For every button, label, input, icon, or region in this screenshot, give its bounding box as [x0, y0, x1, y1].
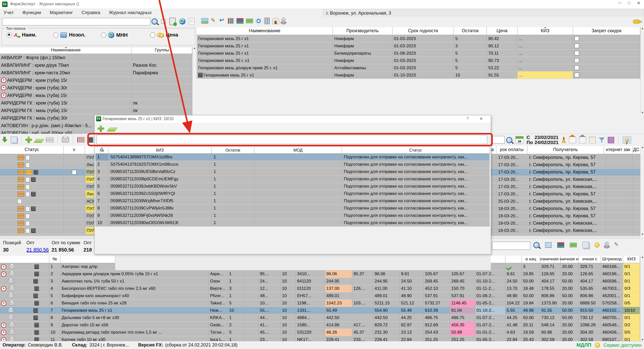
- image-icon[interactable]: [201, 18, 208, 24]
- undo-arrow-icon[interactable]: [219, 18, 225, 24]
- notebook-icon[interactable]: [589, 137, 596, 143]
- items-header-19[interactable]: озничная цен: [540, 256, 561, 263]
- rocket-icon[interactable]: [282, 18, 285, 24]
- money-icon[interactable]: [570, 243, 577, 247]
- list-item[interactable]: +АКРИДЕРМ : крем (туба) 30г: [0, 84, 192, 92]
- list-item[interactable]: АКРИДЕРМ ГК : крем (туба) 15глк: [0, 99, 192, 107]
- list-item[interactable]: +АКРИДЕРМ : крем (туба) 15г: [0, 77, 192, 84]
- list-item[interactable]: +АКРИДЕРМ : мазь (туба) 15г: [0, 92, 192, 99]
- items-header-22[interactable]: Штрихкод: [601, 256, 623, 263]
- column-header-7[interactable]: Запрет скидок: [573, 27, 640, 35]
- table-row[interactable]: Гепариновая мазь д/наруж прим 25 г. х1Ал…: [197, 64, 640, 72]
- books-icon[interactable]: [236, 18, 244, 24]
- position-search-input[interactable]: [492, 242, 530, 250]
- globe-icon[interactable]: [179, 18, 185, 24]
- books2-icon[interactable]: [557, 242, 564, 248]
- column-header-1[interactable]: Наименование: [197, 27, 333, 35]
- kiz-row[interactable]: 150754041389897STOMX1lzlf8rs1Подготовлен…: [95, 154, 490, 161]
- discount-ban-checkbox[interactable]: [575, 65, 579, 70]
- kiz-row[interactable]: 605995327112039ZcSS0j0WfRYQl1Подготовлен…: [95, 190, 490, 197]
- items-header-18[interactable]: а нац: [522, 256, 540, 263]
- radio-Цена[interactable]: [150, 32, 155, 38]
- items-row[interactable]: 8Дальнева табл 5 мг+8 мг х30KRKA...144..…: [0, 314, 640, 322]
- menu-item-Журнал накладных[interactable]: Журнал накладных: [109, 10, 152, 15]
- table-row[interactable]: Гепариновая мазь 25 г х1Нижфарм01-10-202…: [197, 72, 640, 79]
- menu-item-Справка[interactable]: Справка: [82, 10, 100, 15]
- kiz-erase-icon[interactable]: [107, 128, 118, 131]
- radio-МНН[interactable]: [101, 32, 106, 38]
- column-header-3[interactable]: Срок годности: [392, 27, 454, 35]
- kiz-header-КИЗ[interactable]: КИЗ: [108, 148, 212, 153]
- search-type-Наим.[interactable]: AНаим.: [7, 32, 36, 38]
- key-icon[interactable]: [633, 20, 640, 24]
- pencil2-icon[interactable]: [614, 242, 620, 248]
- column-header-2[interactable]: Производитель: [333, 27, 392, 35]
- items-header-17[interactable]: [505, 256, 522, 263]
- clipboard-check-icon[interactable]: [169, 18, 176, 25]
- kiz-row[interactable]: 705995327112039WzjMher7XfDf51Подготовлен…: [95, 197, 490, 205]
- list-item[interactable]: АКРИДЕРМ ГК : мазь (туба) 15глк: [0, 107, 192, 114]
- column-icon[interactable]: [264, 18, 270, 24]
- cards2-icon[interactable]: [582, 242, 589, 248]
- items-row[interactable]: 3Амелотекс гель 1% туба 50 г х1Озон124..…: [0, 278, 640, 285]
- menu-item-Функции[interactable]: Функции: [22, 10, 41, 15]
- journal-header[interactable]: Получатель: [527, 146, 604, 154]
- arch-icon[interactable]: [272, 18, 279, 24]
- table-row[interactable]: Гепариновая мазь 25 г. х1Нижфарм01-03-20…: [197, 57, 640, 64]
- kiz-row[interactable]: 305995327112039UE5lBeVaB9zCz1Подготовлен…: [95, 168, 490, 176]
- discount-ban-checkbox[interactable]: [575, 58, 579, 63]
- search-input[interactable]: [2, 18, 150, 25]
- items-header-2[interactable]: №: [49, 256, 60, 263]
- search-icon[interactable]: [151, 18, 158, 25]
- search-option-checkbox[interactable]: [161, 19, 166, 24]
- items-row[interactable]: 7Гепариновая мазь 25 г х1Ниж...1055....1…: [0, 307, 640, 314]
- dialog-help-button[interactable]: ?: [466, 116, 469, 121]
- radio-Наим.[interactable]: [7, 32, 12, 38]
- stat-value[interactable]: 21 850.56: [26, 247, 49, 253]
- journal-search-icon[interactable]: [506, 137, 512, 143]
- discount-ban-checkbox[interactable]: [575, 44, 579, 48]
- items-row[interactable]: +4Бисопролол-ВЕРТЕКС табл п/о плен 2,5 м…: [0, 285, 640, 292]
- kiz-row[interactable]: 405995327112039lp0CDEmUEMFgy1Подготовлен…: [95, 176, 490, 183]
- discount-ban-checkbox[interactable]: [575, 51, 579, 55]
- kiz-row[interactable]: 10059953271120390wOlSXWUW613l1Подготовле…: [95, 219, 490, 227]
- keyboard-icon[interactable]: [46, 137, 54, 142]
- list-item[interactable]: АКВАЛОР : Форте (фл.) 150мл: [0, 54, 192, 61]
- journal-header[interactable]: нтернет зак: [604, 146, 632, 154]
- list-item[interactable]: АКВАПИЛИНГ : крем д/рук 75млРазное Кос: [0, 61, 192, 69]
- dialog-close-button[interactable]: ✕: [479, 116, 483, 121]
- print-icon[interactable]: [62, 137, 69, 143]
- items-header-1[interactable]: [0, 256, 49, 263]
- equalizer-icon[interactable]: [228, 18, 234, 24]
- search-type-МНН[interactable]: МНН: [101, 32, 128, 38]
- add-icon[interactable]: [25, 136, 32, 143]
- rocket2-icon[interactable]: [605, 242, 609, 248]
- smiley-icon[interactable]: [594, 242, 599, 248]
- items-row[interactable]: +2Акридерм крем д/наруж прим 0.05% туба …: [0, 270, 640, 278]
- globe-target-icon[interactable]: [256, 18, 262, 24]
- journal-scrollbar[interactable]: [640, 146, 644, 236]
- search-type-Цена[interactable]: Цена: [150, 32, 178, 38]
- items-row[interactable]: +10Индапамид ретард табл пролонг п/о пле…: [0, 329, 640, 336]
- items-header-20[interactable]: ничная наце: [561, 256, 579, 263]
- date-range[interactable]: С23/02/2021 По24/02/2021: [527, 135, 558, 145]
- kiz-header-Статус[interactable]: Статус: [342, 148, 490, 153]
- kiz-add-icon[interactable]: [98, 125, 104, 132]
- menu-item-Учет[interactable]: Учет: [4, 10, 14, 15]
- kiz-header-№[interactable]: №: [95, 148, 108, 153]
- home-icon[interactable]: [579, 137, 586, 143]
- clear-icon[interactable]: [561, 137, 566, 143]
- close-button[interactable]: ✕: [637, 1, 640, 6]
- list-item[interactable]: АКВАПИЛИНГ : крем-паста 20млПарафарма: [0, 69, 192, 77]
- items-row[interactable]: +11Калчек табл 10 мг х30Ipca L...123...1…: [0, 336, 640, 341]
- pencil-icon[interactable]: [211, 18, 217, 24]
- menu-item-Маркетинг[interactable]: Маркетинг: [50, 10, 73, 15]
- kiz-row[interactable]: 250754041376162STOMX1m08ccco1Подготовлен…: [95, 161, 490, 168]
- barcode-icon[interactable]: [77, 137, 85, 143]
- discount-ban-checkbox[interactable]: [575, 36, 579, 41]
- maximize-button[interactable]: □: [628, 1, 630, 6]
- pin-toggle[interactable]: [623, 136, 631, 144]
- column-header-name[interactable]: Наименование: [0, 47, 132, 54]
- column-header-4[interactable]: Остаток: [454, 27, 487, 35]
- column-header-group[interactable]: Группы: [132, 47, 192, 54]
